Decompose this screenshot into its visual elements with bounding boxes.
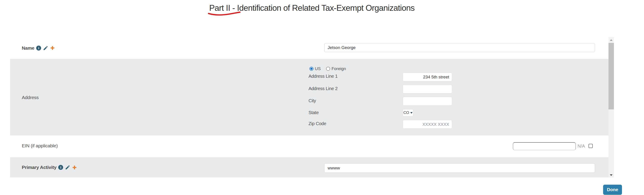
- name-input[interactable]: [324, 43, 595, 52]
- name-row: Name i: [10, 37, 614, 59]
- page-title: Part II - Identification of Related Tax-…: [0, 3, 634, 13]
- page-title-rest-text: - Identification of Related Tax-Exempt O…: [230, 3, 414, 12]
- scrollbar-up-icon: [610, 39, 612, 41]
- pencil-icon[interactable]: [65, 165, 70, 170]
- primary-activity-label-group: Primary Activity i: [22, 157, 77, 178]
- address-line2-label: Address Line 2: [308, 86, 338, 91]
- address-line2-input[interactable]: [403, 85, 452, 94]
- ein-input[interactable]: [513, 142, 576, 150]
- scrollbar-up-button[interactable]: [608, 37, 614, 43]
- foreign-radio-label: Foreign: [332, 66, 346, 71]
- foreign-radio-option[interactable]: Foreign: [326, 66, 346, 71]
- state-select-value: CO: [403, 110, 409, 115]
- zip-code-label: Zip Code: [308, 121, 326, 126]
- info-icon[interactable]: i: [36, 46, 41, 50]
- pencil-icon[interactable]: [43, 46, 48, 51]
- vertical-scrollbar[interactable]: [608, 37, 614, 178]
- city-input[interactable]: [403, 97, 452, 106]
- page-title-part-label: Part II: [209, 3, 230, 13]
- plus-icon[interactable]: [72, 165, 77, 170]
- red-underline-swoosh-icon: [208, 12, 241, 16]
- primary-activity-row: Primary Activity i: [10, 157, 614, 178]
- us-radio[interactable]: [310, 67, 314, 71]
- address-line1-label: Address Line 1: [308, 74, 338, 79]
- na-checkbox[interactable]: [588, 144, 593, 148]
- address-row: Address US Foreign Address Line 1 Addres…: [10, 59, 614, 136]
- address-line1-input[interactable]: [403, 72, 452, 81]
- scrollbar-down-button[interactable]: [608, 174, 614, 176]
- name-label-group: Name i: [22, 37, 55, 59]
- us-radio-label: US: [315, 66, 321, 71]
- form-scroll-area: Name i Address US Foreign Address Line 1: [10, 37, 614, 178]
- done-button[interactable]: Done: [603, 185, 622, 195]
- na-label: N/A: [578, 144, 585, 149]
- ein-row: EIN (if applicable) N/A: [10, 136, 614, 157]
- scrollbar-down-icon: [610, 174, 612, 176]
- primary-activity-input[interactable]: [324, 163, 595, 173]
- state-label: State: [308, 110, 319, 115]
- us-radio-option[interactable]: US: [310, 66, 321, 71]
- zip-code-input[interactable]: [403, 120, 452, 129]
- state-select[interactable]: CO: [403, 109, 413, 116]
- scrollbar-thumb[interactable]: [608, 43, 614, 110]
- ein-label: EIN (if applicable): [22, 143, 58, 148]
- city-label: City: [308, 98, 316, 103]
- address-label: Address: [22, 95, 39, 100]
- info-icon[interactable]: i: [58, 165, 63, 170]
- name-label: Name: [22, 46, 34, 51]
- chevron-down-icon: [410, 112, 412, 114]
- country-radio-group: US Foreign: [310, 66, 346, 71]
- foreign-radio[interactable]: [326, 67, 330, 71]
- page-title-highlight-text: Part II: [209, 3, 230, 12]
- primary-activity-label: Primary Activity: [22, 165, 56, 170]
- plus-icon[interactable]: [50, 46, 55, 50]
